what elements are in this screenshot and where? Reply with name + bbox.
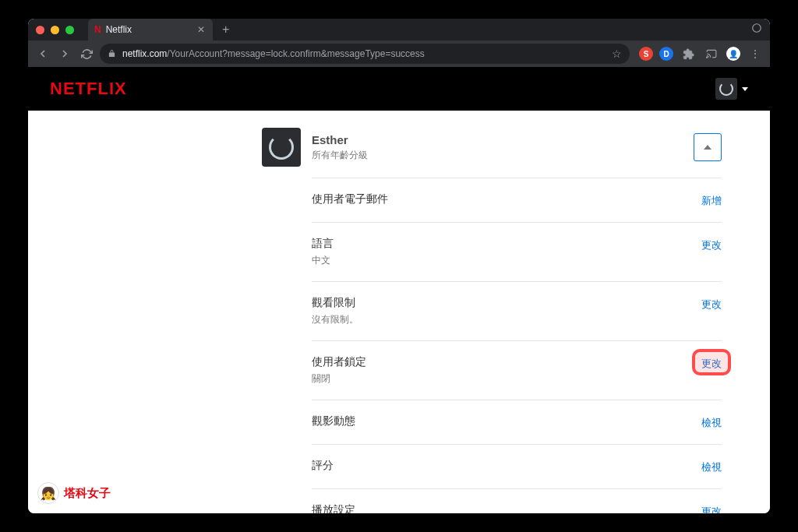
maximize-window-button[interactable] xyxy=(65,26,74,34)
cast-icon[interactable] xyxy=(703,45,720,62)
minimize-window-button[interactable] xyxy=(51,26,59,34)
browser-window: N Netflix ✕ + netflix.com/YourAccount?me… xyxy=(28,19,770,513)
netflix-favicon: N xyxy=(94,24,101,35)
watermark-avatar-icon: 👧 xyxy=(37,482,59,504)
row-label: 使用者鎖定 xyxy=(312,355,366,369)
profile-avatar xyxy=(262,128,301,167)
profile-name: Esther xyxy=(312,133,368,146)
traffic-lights xyxy=(36,26,74,34)
settings-rows: 使用者電子郵件 新增 語言 中文 更改 觀看限制 沒有限制。 更改 xyxy=(312,178,722,513)
forward-button[interactable] xyxy=(56,45,73,62)
row-label: 評分 xyxy=(312,459,334,473)
menu-button[interactable]: ⋮ xyxy=(747,45,764,62)
activity-view-link[interactable]: 檢視 xyxy=(701,416,722,430)
row-activity: 觀影動態 檢視 xyxy=(312,400,722,444)
watermark: 👧 塔科女子 xyxy=(37,482,111,504)
window-expand-icon[interactable] xyxy=(751,23,762,37)
row-label: 播放設定 xyxy=(312,503,527,513)
row-profile-lock: 使用者鎖定 關閉 更改 xyxy=(312,340,722,400)
toolbar-right-icons: S D 👤 ⋮ xyxy=(639,45,764,62)
profile-lock-change-link[interactable]: 更改 xyxy=(701,357,722,371)
svg-point-0 xyxy=(753,24,761,33)
content-area: Esther 所有年齡分級 使用者電子郵件 新增 語言 中文 更改 xyxy=(28,111,770,513)
row-language: 語言 中文 更改 xyxy=(312,222,722,281)
window-titlebar: N Netflix ✕ + xyxy=(28,19,770,41)
row-label: 觀影動態 xyxy=(312,414,355,428)
email-add-link[interactable]: 新增 xyxy=(701,194,722,208)
caret-down-icon xyxy=(742,87,748,91)
row-label: 使用者電子郵件 xyxy=(312,192,388,206)
back-button[interactable] xyxy=(34,45,51,62)
netflix-logo[interactable]: NETFLIX xyxy=(50,79,127,99)
extension-s-icon[interactable]: S xyxy=(639,47,653,61)
profile-avatar-icon xyxy=(715,78,737,100)
svg-point-1 xyxy=(707,57,708,58)
address-bar[interactable]: netflix.com/YourAccount?message=lock.con… xyxy=(100,44,630,64)
close-tab-button[interactable]: ✕ xyxy=(197,24,205,35)
lock-icon xyxy=(108,49,116,59)
netflix-header: NETFLIX xyxy=(28,67,770,111)
row-sub: 沒有限制。 xyxy=(312,313,358,326)
row-viewing-restrictions: 觀看限制 沒有限制。 更改 xyxy=(312,281,722,340)
browser-toolbar: netflix.com/YourAccount?message=lock.con… xyxy=(28,41,770,67)
reload-button[interactable] xyxy=(78,45,95,62)
chevron-up-icon xyxy=(704,145,711,150)
bookmark-star-icon[interactable]: ☆ xyxy=(612,48,622,60)
language-change-link[interactable]: 更改 xyxy=(701,238,722,252)
playback-change-link[interactable]: 更改 xyxy=(701,505,722,513)
header-profile-menu[interactable] xyxy=(715,78,748,100)
row-label: 語言 xyxy=(312,237,334,251)
profile-header: Esther 所有年齡分級 xyxy=(262,128,722,167)
extensions-puzzle-icon[interactable] xyxy=(680,45,697,62)
extension-d-icon[interactable]: D xyxy=(659,47,673,61)
row-playback: 播放設定 自動播放下一集。自動播放預告。預設畫質與音質。 更改 xyxy=(312,488,722,513)
row-email: 使用者電子郵件 新增 xyxy=(312,178,722,222)
new-tab-button[interactable]: + xyxy=(222,23,229,37)
row-label: 觀看限制 xyxy=(312,296,358,310)
collapse-button[interactable] xyxy=(694,133,722,161)
profile-maturity: 所有年齡分級 xyxy=(312,149,368,162)
browser-tab[interactable]: N Netflix ✕ xyxy=(88,19,213,41)
ratings-view-link[interactable]: 檢視 xyxy=(701,460,722,474)
user-avatar-icon[interactable]: 👤 xyxy=(726,47,740,61)
profile-settings-block: Esther 所有年齡分級 使用者電子郵件 新增 語言 中文 更改 xyxy=(262,128,722,513)
close-window-button[interactable] xyxy=(36,26,44,34)
watermark-text: 塔科女子 xyxy=(64,486,111,501)
row-sub: 關閉 xyxy=(312,372,366,386)
url-text: netflix.com/YourAccount?message=lock.con… xyxy=(122,48,425,59)
viewing-restrictions-change-link[interactable]: 更改 xyxy=(701,298,722,312)
row-sub: 中文 xyxy=(312,254,334,267)
tab-title: Netflix xyxy=(106,24,132,35)
row-ratings: 評分 檢視 xyxy=(312,444,722,488)
